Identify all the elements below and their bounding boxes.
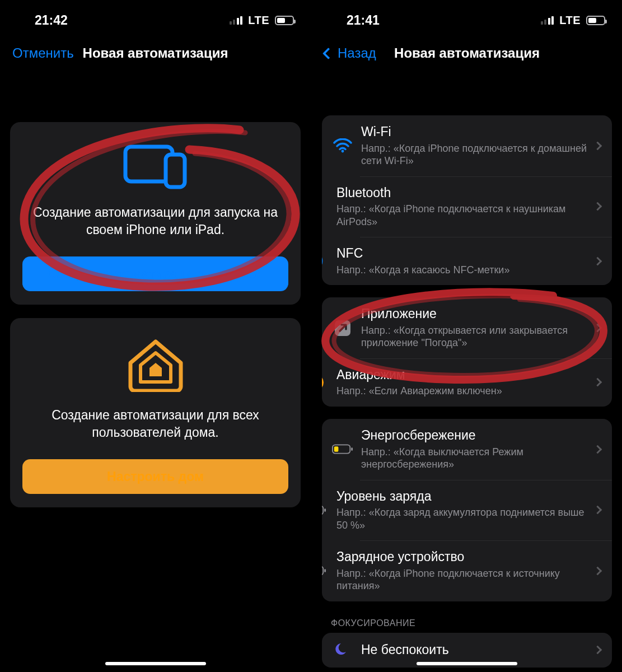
home-automation-card: Создание автоматизации для всех пользова… xyxy=(10,318,301,507)
row-sub: Напр.: «Когда выключается Режим энергосб… xyxy=(361,446,589,471)
row-sub: Напр.: «Когда iPhone подключается к дома… xyxy=(361,142,589,167)
screenshot-right: 21:41 LTE Назад Новая автоматизация Wi-F… xyxy=(311,0,622,672)
battery-icon xyxy=(322,505,326,516)
status-bar: 21:42 LTE xyxy=(0,0,311,32)
wifi-icon xyxy=(332,138,353,153)
personal-desc: Создание автоматизации для запуска на св… xyxy=(22,204,288,239)
row-title: NFC xyxy=(336,246,589,262)
svg-rect-12 xyxy=(324,570,326,573)
settings-group-connectivity: Wi-FiНапр.: «Когда iPhone подключается к… xyxy=(322,115,612,285)
screenshot-left: 21:42 LTE Отменить Новая автоматизация С… xyxy=(0,0,311,672)
svg-rect-9 xyxy=(324,508,326,512)
battery-icon xyxy=(586,16,605,25)
signal-icon xyxy=(541,16,554,25)
setup-home-button[interactable]: Настроить дом xyxy=(22,459,288,494)
row-title: Приложение xyxy=(361,306,589,322)
home-icon xyxy=(22,338,288,392)
chevron-right-icon xyxy=(593,142,602,151)
svg-point-2 xyxy=(342,150,344,153)
row-airplane[interactable]: АвиарежимНапр.: «Если Авиарежим включен» xyxy=(322,358,612,407)
signal-icon xyxy=(230,16,243,25)
row-sub: Напр.: «Когда iPhone подключается к исто… xyxy=(336,567,589,592)
bluetooth-icon xyxy=(322,197,326,216)
row-title: Wi-Fi xyxy=(361,124,589,140)
dnd-icon xyxy=(332,642,353,659)
row-title: Уровень заряда xyxy=(336,489,589,505)
nav-header: Отменить Новая автоматизация xyxy=(0,36,311,71)
row-sub: Напр.: «Если Авиарежим включен» xyxy=(336,385,589,398)
row-batterylevel[interactable]: Уровень зарядаНапр.: «Когда заряд аккуму… xyxy=(322,480,612,541)
row-sub: Напр.: «Когда открывается или закрываетс… xyxy=(361,324,589,349)
row-lowpower[interactable]: ЭнергосбережениеНапр.: «Когда выключаетс… xyxy=(322,419,612,480)
create-personal-button[interactable]: Создать автоматизацию для себя xyxy=(22,256,288,291)
row-title: Авиарежим xyxy=(336,367,589,383)
row-title: Зарядное устройство xyxy=(336,549,589,565)
devices-icon xyxy=(22,142,288,189)
focus-section-header: ФОКУСИРОВАНИЕ xyxy=(331,618,603,628)
row-sub: Напр.: «Когда я касаюсь NFC-метки» xyxy=(336,264,589,277)
chevron-right-icon xyxy=(593,646,602,655)
status-time: 21:41 xyxy=(347,13,380,28)
chevron-right-icon xyxy=(593,378,602,387)
chevron-right-icon xyxy=(593,256,602,265)
row-app[interactable]: ПриложениеНапр.: «Когда открывается или … xyxy=(322,297,612,358)
chevron-right-icon xyxy=(593,202,602,211)
network-label: LTE xyxy=(248,14,269,27)
row-charger[interactable]: Зарядное устройствоНапр.: «Когда iPhone … xyxy=(322,540,612,601)
svg-rect-8 xyxy=(322,506,323,514)
nfc-icon xyxy=(322,253,326,269)
app-icon xyxy=(332,319,353,337)
cancel-button[interactable]: Отменить xyxy=(12,45,74,61)
row-nfc[interactable]: NFCНапр.: «Когда я касаюсь NFC-метки» xyxy=(322,237,612,285)
chevron-right-icon xyxy=(593,506,602,515)
status-bar: 21:41 LTE xyxy=(312,0,622,32)
battery-icon xyxy=(275,16,294,25)
personal-automation-card: Создание автоматизации для запуска на св… xyxy=(10,122,301,305)
page-title: Новая автоматизация xyxy=(394,45,540,61)
row-bluetooth[interactable]: BluetoothНапр.: «Когда iPhone подключает… xyxy=(322,176,612,237)
svg-rect-6 xyxy=(351,447,353,451)
row-sub: Напр.: «Когда заряд аккумулятора подниме… xyxy=(336,506,589,531)
lowpower-icon xyxy=(332,444,353,455)
chevron-right-icon xyxy=(593,567,602,576)
chevron-right-icon xyxy=(593,324,602,333)
back-button[interactable]: Назад xyxy=(324,45,376,61)
svg-rect-11 xyxy=(322,567,323,575)
settings-group-app: ПриложениеНапр.: «Когда открывается или … xyxy=(322,297,612,407)
network-label: LTE xyxy=(559,14,581,27)
nav-header: Назад Новая автоматизация xyxy=(312,36,622,71)
home-indicator[interactable] xyxy=(417,662,517,665)
home-desc: Создание автоматизации для всех пользова… xyxy=(22,407,288,441)
row-sub: Напр.: «Когда iPhone подключается к науш… xyxy=(336,203,589,228)
svg-point-4 xyxy=(322,375,324,390)
chevron-left-icon xyxy=(322,47,334,59)
home-indicator[interactable] xyxy=(105,662,206,665)
page-title: Новая автоматизация xyxy=(83,45,228,61)
row-title: Не беспокоить xyxy=(361,642,589,658)
status-time: 21:42 xyxy=(35,13,68,28)
airplane-icon xyxy=(322,374,326,391)
row-title: Энергосбережение xyxy=(361,428,589,444)
chevron-right-icon xyxy=(593,445,602,454)
svg-rect-7 xyxy=(334,447,339,452)
row-wifi[interactable]: Wi-FiНапр.: «Когда iPhone подключается к… xyxy=(322,115,612,176)
row-title: Bluetooth xyxy=(336,185,589,201)
charger-icon xyxy=(322,565,326,576)
svg-rect-1 xyxy=(166,155,185,187)
settings-group-power: ЭнергосбережениеНапр.: «Когда выключаетс… xyxy=(322,419,612,601)
